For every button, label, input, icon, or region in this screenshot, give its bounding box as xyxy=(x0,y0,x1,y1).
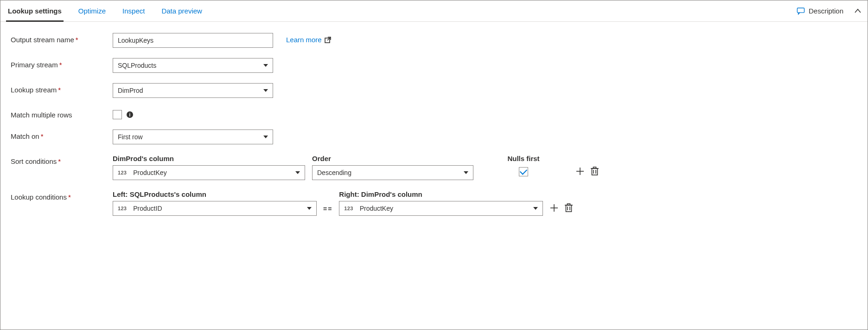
lookup-stream-select[interactable]: DimProd xyxy=(113,83,273,98)
row-lookup-conditions: Lookup conditions* Left: SQLProducts's c… xyxy=(11,190,857,216)
form-body: Output stream name* LookupKeys Learn mor… xyxy=(0,22,868,237)
label-sort-conditions: Sort conditions* xyxy=(11,155,113,165)
row-primary-stream: Primary stream* SQLProducts xyxy=(11,58,857,73)
svg-rect-0 xyxy=(797,8,804,13)
label-text: Output stream name xyxy=(11,36,74,44)
required-star: * xyxy=(58,86,61,94)
caret-down-icon xyxy=(295,171,300,174)
lookup-stream-value: DimProd xyxy=(118,87,143,94)
svg-rect-8 xyxy=(594,167,596,168)
primary-stream-select[interactable]: SQLProducts xyxy=(113,58,273,73)
tab-optimize[interactable]: Optimize xyxy=(77,0,108,21)
label-text: Primary stream xyxy=(11,61,58,69)
label-lookup-conditions: Lookup conditions* xyxy=(11,190,113,201)
match-on-select[interactable]: First row xyxy=(113,129,273,144)
lookup-conditions-grid: Left: SQLProducts's column 123 ProductID… xyxy=(113,190,573,216)
equality-operator: == xyxy=(323,190,332,213)
required-star: * xyxy=(59,61,62,69)
caret-down-icon xyxy=(263,89,268,92)
label-output-stream-name: Output stream name* xyxy=(11,33,113,44)
required-star: * xyxy=(41,132,44,140)
sort-column-name: ProductKey xyxy=(133,169,166,176)
type-badge: 123 xyxy=(118,170,127,175)
caret-down-icon xyxy=(263,64,268,67)
caret-down-icon xyxy=(464,171,468,174)
required-star: * xyxy=(68,193,71,201)
match-multiple-rows-checkbox[interactable] xyxy=(113,110,122,119)
learn-more-text: Learn more xyxy=(286,36,322,44)
caret-down-icon xyxy=(533,207,538,210)
description-button[interactable]: Description xyxy=(795,4,845,18)
delete-lookup-condition-button[interactable] xyxy=(564,203,573,213)
match-on-value: First row xyxy=(118,133,143,141)
label-primary-stream: Primary stream* xyxy=(11,58,113,69)
nulls-first-checkbox[interactable] xyxy=(519,167,528,176)
label-text: Match on xyxy=(11,132,39,140)
right-column-select[interactable]: 123 ProductKey xyxy=(339,201,543,216)
right-column-name: ProductKey xyxy=(360,205,393,212)
learn-more-link[interactable]: Learn more xyxy=(286,33,331,44)
row-match-multiple-rows: Match multiple rows i xyxy=(11,108,857,119)
tabs-group: Lookup settings Optimize Inspect Data pr… xyxy=(6,0,204,21)
row-lookup-stream: Lookup stream* DimProd xyxy=(11,83,857,98)
tab-lookup-settings[interactable]: Lookup settings xyxy=(6,0,64,22)
collapse-toggle[interactable] xyxy=(854,7,862,15)
output-stream-name-value: LookupKeys xyxy=(118,37,153,44)
lookup-settings-panel: Lookup settings Optimize Inspect Data pr… xyxy=(0,0,868,330)
label-match-on: Match on* xyxy=(11,129,113,140)
row-sort-conditions: Sort conditions* DimProd's column 123 Pr… xyxy=(11,155,857,180)
description-label: Description xyxy=(809,7,843,15)
output-stream-name-input[interactable]: LookupKeys xyxy=(113,33,273,48)
svg-rect-5 xyxy=(592,168,598,175)
primary-stream-value: SQLProducts xyxy=(118,62,156,69)
tab-data-preview[interactable]: Data preview xyxy=(160,0,204,21)
svg-rect-14 xyxy=(568,204,570,205)
type-badge: 123 xyxy=(344,206,353,211)
label-text: Sort conditions xyxy=(11,157,57,165)
trash-icon xyxy=(590,167,599,176)
sort-conditions-grid: DimProd's column 123 ProductKey Order xyxy=(113,155,606,180)
required-star: * xyxy=(76,36,78,44)
add-sort-condition-button[interactable] xyxy=(575,167,585,176)
right-column-header: Right: DimProd's column xyxy=(339,190,543,198)
trash-icon xyxy=(564,203,573,213)
external-link-icon xyxy=(325,37,331,43)
add-lookup-condition-button[interactable] xyxy=(549,203,559,213)
nulls-first-header: Nulls first xyxy=(507,155,539,162)
label-text: Lookup conditions xyxy=(11,193,67,201)
chevron-up-icon xyxy=(854,7,862,15)
label-match-multiple-rows: Match multiple rows xyxy=(11,108,113,119)
label-text: Lookup stream xyxy=(11,86,57,94)
svg-line-2 xyxy=(327,37,331,40)
tab-inspect[interactable]: Inspect xyxy=(121,0,147,21)
caret-down-icon xyxy=(263,136,268,138)
sort-column-select[interactable]: 123 ProductKey xyxy=(113,165,305,180)
sort-order-value: Descending xyxy=(317,169,351,176)
caret-down-icon xyxy=(307,207,312,210)
info-icon[interactable]: i xyxy=(127,111,133,118)
row-match-on: Match on* First row xyxy=(11,129,857,144)
sort-order-select[interactable]: Descending xyxy=(312,165,473,180)
plus-icon xyxy=(549,203,559,213)
delete-sort-condition-button[interactable] xyxy=(590,167,599,176)
tab-bar: Lookup settings Optimize Inspect Data pr… xyxy=(0,0,868,22)
comment-icon xyxy=(797,7,805,15)
label-text: Match multiple rows xyxy=(11,111,72,119)
sort-order-header: Order xyxy=(312,155,472,162)
left-column-select[interactable]: 123 ProductID xyxy=(113,201,317,216)
label-lookup-stream: Lookup stream* xyxy=(11,83,113,94)
plus-icon xyxy=(575,167,585,176)
sort-column-header: DimProd's column xyxy=(113,155,306,162)
left-column-name: ProductID xyxy=(133,205,162,212)
svg-rect-11 xyxy=(566,205,572,212)
row-output-stream-name: Output stream name* LookupKeys Learn mor… xyxy=(11,33,857,48)
required-star: * xyxy=(58,157,61,165)
left-column-header: Left: SQLProducts's column xyxy=(113,190,317,198)
type-badge: 123 xyxy=(118,206,127,211)
